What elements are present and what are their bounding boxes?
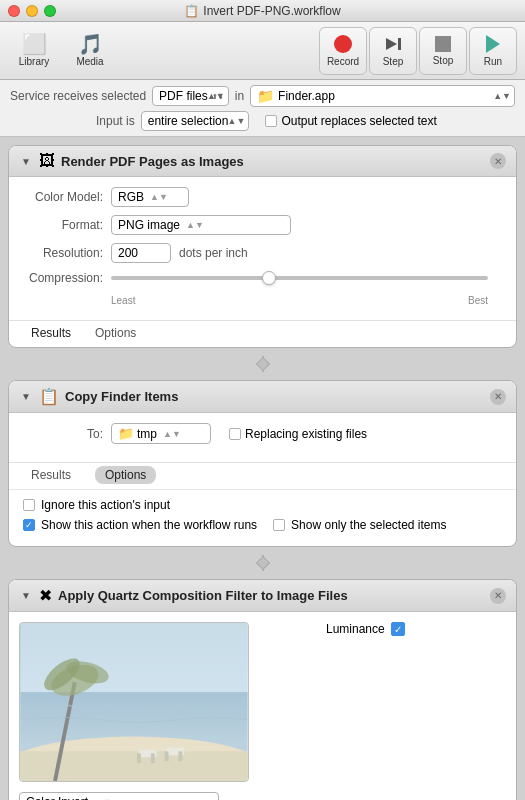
copy-finder-tab-options[interactable]: Options — [83, 463, 168, 489]
resolution-label: Resolution: — [23, 246, 103, 260]
connector-diamond-2 — [255, 556, 269, 570]
connector-diamond-1 — [255, 357, 269, 371]
render-icon: 🖼 — [39, 152, 55, 170]
to-select[interactable]: 📁 tmp ▲▼ — [111, 423, 211, 444]
in-label: in — [235, 89, 244, 103]
ignore-checkbox[interactable] — [23, 499, 35, 511]
slider-min-label: Least — [111, 295, 135, 306]
show-action-row: ✓ Show this action when the workflow run… — [23, 518, 502, 532]
ignore-row: Ignore this action's input — [23, 498, 502, 512]
run-icon — [486, 35, 500, 53]
quartz-card: ▼ ✖ Apply Quartz Composition Filter to I… — [8, 579, 517, 800]
filter-select-row: Color Invert ▲▼ — [9, 792, 316, 800]
copy-finder-collapse-button[interactable]: ▼ — [19, 390, 33, 404]
quartz-right: Luminance ✓ — [316, 612, 516, 800]
render-card-body: Color Model: RGB ▲▼ Format: PNG image ▲▼… — [9, 177, 516, 320]
window-controls — [8, 5, 56, 17]
compression-container: Compression: Least Best — [23, 271, 502, 306]
to-value: tmp — [137, 427, 157, 441]
step-button[interactable]: Step — [369, 27, 417, 75]
resolution-input[interactable] — [111, 243, 171, 263]
luminance-row: Luminance ✓ — [326, 622, 506, 636]
quartz-icon: ✖ — [39, 586, 52, 605]
connector-2 — [8, 555, 517, 571]
file-type-select[interactable]: PDF files ▲▼ — [152, 86, 229, 106]
stop-label: Stop — [433, 55, 454, 66]
copy-finder-options: Ignore this action's input ✓ Show this a… — [9, 489, 516, 546]
format-row: Format: PNG image ▲▼ — [23, 215, 502, 235]
media-button[interactable]: 🎵 Media — [64, 27, 116, 75]
stop-button[interactable]: Stop — [419, 27, 467, 75]
library-button[interactable]: ⬜ Library — [8, 27, 60, 75]
receives-label: Service receives selected — [10, 89, 146, 103]
compression-slider[interactable] — [111, 276, 488, 280]
record-label: Record — [327, 56, 359, 67]
to-arrow: ▲▼ — [163, 429, 181, 439]
resolution-row: Resolution: dots per inch — [23, 243, 502, 263]
to-row: To: 📁 tmp ▲▼ Replacing existing files — [23, 423, 502, 444]
quartz-collapse-button[interactable]: ▼ — [19, 589, 33, 603]
luminance-checkbox[interactable]: ✓ — [391, 622, 405, 636]
close-button[interactable] — [8, 5, 20, 17]
image-preview — [19, 622, 249, 782]
copy-finder-close-button[interactable]: ✕ — [490, 389, 506, 405]
show-action-label: Show this action when the workflow runs — [41, 518, 257, 532]
compression-row: Compression: — [23, 271, 502, 285]
library-icon: ⬜ — [22, 34, 47, 54]
input-row: Input is entire selection ▲▼ Output repl… — [10, 111, 515, 131]
run-label: Run — [484, 56, 502, 67]
to-label: To: — [23, 427, 103, 441]
minimize-button[interactable] — [26, 5, 38, 17]
filter-select[interactable]: Color Invert ▲▼ — [19, 792, 219, 800]
app-select[interactable]: 📁 Finder.app ▲▼ — [250, 85, 515, 107]
slider-thumb — [262, 271, 276, 285]
render-close-button[interactable]: ✕ — [490, 153, 506, 169]
color-model-select[interactable]: RGB ▲▼ — [111, 187, 189, 207]
quartz-header: ▼ ✖ Apply Quartz Composition Filter to I… — [9, 580, 516, 612]
quartz-left: Color Invert ▲▼ — [9, 612, 316, 800]
show-action-checkbox[interactable]: ✓ — [23, 519, 35, 531]
service-receives-row: Service receives selected PDF files ▲▼ i… — [10, 85, 515, 107]
svg-rect-1 — [398, 38, 401, 50]
toolbar-actions: Record Step Stop Run — [319, 27, 517, 75]
replacing-item: Replacing existing files — [229, 427, 367, 441]
format-select[interactable]: PNG image ▲▼ — [111, 215, 291, 235]
library-label: Library — [19, 56, 50, 67]
quartz-title: Apply Quartz Composition Filter to Image… — [58, 588, 484, 603]
copy-finder-title: Copy Finder Items — [65, 389, 484, 404]
input-type-select[interactable]: entire selection ▲▼ — [141, 111, 250, 131]
titlebar: 📋 Invert PDF-PNG.workflow — [0, 0, 525, 22]
input-label: Input is — [96, 114, 135, 128]
record-button[interactable]: Record — [319, 27, 367, 75]
render-tab-options[interactable]: Options — [83, 321, 148, 347]
copy-finder-tab-results[interactable]: Results — [19, 463, 83, 489]
step-label: Step — [383, 56, 404, 67]
render-card-tabs: Results Options — [9, 320, 516, 347]
toolbar: ⬜ Library 🎵 Media Record Step Stop Run — [0, 22, 525, 80]
finder-icon: 📁 — [257, 88, 274, 104]
run-button[interactable]: Run — [469, 27, 517, 75]
beach-svg — [20, 623, 248, 781]
quartz-close-button[interactable]: ✕ — [490, 588, 506, 604]
show-selected-checkbox[interactable] — [273, 519, 285, 531]
step-icon — [384, 35, 402, 53]
format-label: Format: — [23, 218, 103, 232]
output-replaces-checkbox[interactable] — [265, 115, 277, 127]
svg-rect-12 — [151, 753, 155, 763]
maximize-button[interactable] — [44, 5, 56, 17]
render-tab-results[interactable]: Results — [19, 321, 83, 347]
show-selected-label: Show only the selected items — [291, 518, 446, 532]
app-name: Finder.app — [278, 89, 335, 103]
input-type-value: entire selection — [148, 114, 229, 128]
replacing-checkbox[interactable] — [229, 428, 241, 440]
copy-finder-icon: 📋 — [39, 387, 59, 406]
quartz-body: Color Invert ▲▼ Luminance ✓ — [9, 612, 516, 800]
format-arrow: ▲▼ — [186, 220, 204, 230]
render-title: Render PDF Pages as Images — [61, 154, 484, 169]
luminance-label: Luminance — [326, 622, 385, 636]
media-icon: 🎵 — [78, 34, 103, 54]
color-model-value: RGB — [118, 190, 144, 204]
service-bar: Service receives selected PDF files ▲▼ i… — [0, 80, 525, 137]
render-collapse-button[interactable]: ▼ — [19, 154, 33, 168]
svg-rect-11 — [137, 753, 141, 763]
